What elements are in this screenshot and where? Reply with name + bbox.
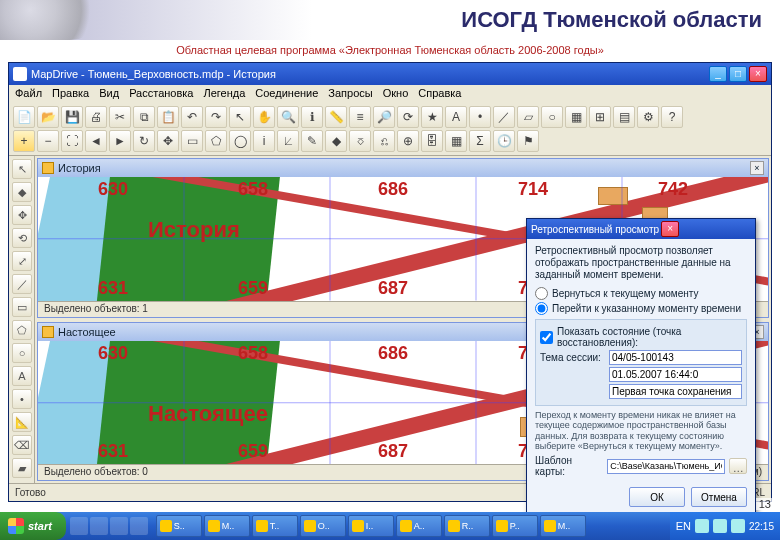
cancel-button[interactable]: Отмена [691, 487, 747, 507]
path-input[interactable] [607, 459, 725, 474]
ql-app-icon[interactable] [130, 517, 148, 535]
side-rotate-icon[interactable]: ⟲ [12, 228, 32, 248]
ql-mail-icon[interactable] [110, 517, 128, 535]
side-text-icon[interactable]: A [12, 366, 32, 386]
ok-button[interactable]: ОК [629, 487, 685, 507]
task-button[interactable]: R.. [444, 515, 490, 537]
maximize-button[interactable]: □ [729, 66, 747, 82]
menu-file[interactable]: Файл [15, 87, 42, 101]
browse-button[interactable]: … [729, 458, 747, 474]
tray-volume-icon[interactable] [695, 519, 709, 533]
clock[interactable]: 22:15 [749, 521, 774, 532]
tool-edit-icon[interactable]: ✎ [301, 130, 323, 152]
dialog-close-icon[interactable]: × [661, 221, 679, 237]
tool-help-icon[interactable]: ? [661, 106, 683, 128]
tool-split-icon[interactable]: ⎏ [349, 130, 371, 152]
task-button[interactable]: P.. [492, 515, 538, 537]
ql-browser-icon[interactable] [90, 517, 108, 535]
tool-selcirc-icon[interactable]: ◯ [229, 130, 251, 152]
titlebar[interactable]: MapDrive - Тюмень_Верховность.mdp - Исто… [9, 63, 771, 85]
lang-indicator[interactable]: EN [676, 520, 691, 532]
view-history-close-icon[interactable]: × [750, 161, 764, 175]
side-point-icon[interactable]: • [12, 389, 32, 409]
tool-grid-icon[interactable]: ▦ [565, 106, 587, 128]
side-circle-icon[interactable]: ○ [12, 343, 32, 363]
task-button[interactable]: A.. [396, 515, 442, 537]
tool-selrect-icon[interactable]: ▭ [181, 130, 203, 152]
tool-save-icon[interactable]: 💾 [61, 106, 83, 128]
tray-network-icon[interactable] [713, 519, 727, 533]
task-button[interactable]: O.. [300, 515, 346, 537]
tool-merge-icon[interactable]: ⎌ [373, 130, 395, 152]
tool-point-icon[interactable]: • [469, 106, 491, 128]
tray-shield-icon[interactable] [731, 519, 745, 533]
side-move-icon[interactable]: ✥ [12, 205, 32, 225]
tool-refresh2-icon[interactable]: ↻ [133, 130, 155, 152]
tool-cut-icon[interactable]: ✂ [109, 106, 131, 128]
tool-db-icon[interactable]: 🗄 [421, 130, 443, 152]
menu-layout[interactable]: Расстановка [129, 87, 193, 101]
tool-undo-icon[interactable]: ↶ [181, 106, 203, 128]
tool-selpoly-icon[interactable]: ⬠ [205, 130, 227, 152]
tool-measure2-icon[interactable]: ⟀ [277, 130, 299, 152]
side-poly-icon[interactable]: ⬠ [12, 320, 32, 340]
menu-edit[interactable]: Правка [52, 87, 89, 101]
tool-redo-icon[interactable]: ↷ [205, 106, 227, 128]
tool-info-icon[interactable]: ℹ [301, 106, 323, 128]
tool-zoomfull-icon[interactable]: ⛶ [61, 130, 83, 152]
menu-help[interactable]: Справка [418, 87, 461, 101]
tool-layers-icon[interactable]: ≡ [349, 106, 371, 128]
tool-paste-icon[interactable]: 📋 [157, 106, 179, 128]
tool-text-icon[interactable]: A [445, 106, 467, 128]
side-rect-icon[interactable]: ▭ [12, 297, 32, 317]
task-button[interactable]: I.. [348, 515, 394, 537]
tool-open-icon[interactable]: 📂 [37, 106, 59, 128]
side-fill-icon[interactable]: ▰ [12, 458, 32, 478]
savepoint-input[interactable] [609, 384, 742, 399]
tool-find-icon[interactable]: 🔎 [373, 106, 395, 128]
tool-copy-icon[interactable]: ⧉ [133, 106, 155, 128]
tool-select-icon[interactable]: ↖ [229, 106, 251, 128]
tool-print-icon[interactable]: 🖨 [85, 106, 107, 128]
side-line-icon[interactable]: ／ [12, 274, 32, 294]
tool-new-icon[interactable]: 📄 [13, 106, 35, 128]
tool-tile-icon[interactable]: ▤ [613, 106, 635, 128]
menu-legend[interactable]: Легенда [203, 87, 245, 101]
tool-table-icon[interactable]: ▦ [445, 130, 467, 152]
menu-queries[interactable]: Запросы [328, 87, 372, 101]
menu-connection[interactable]: Соединение [255, 87, 318, 101]
task-button[interactable]: M.. [540, 515, 586, 537]
tool-flag-icon[interactable]: ⚑ [517, 130, 539, 152]
radio-specified[interactable] [535, 302, 548, 315]
tool-query-icon[interactable]: Σ [469, 130, 491, 152]
task-button[interactable]: M.. [204, 515, 250, 537]
side-node-icon[interactable]: ◆ [12, 182, 32, 202]
tool-refresh-icon[interactable]: ⟳ [397, 106, 419, 128]
menu-window[interactable]: Окно [383, 87, 409, 101]
tool-pan-icon[interactable]: ✋ [253, 106, 275, 128]
tool-circle-icon[interactable]: ○ [541, 106, 563, 128]
tool-history-icon[interactable]: 🕒 [493, 130, 515, 152]
radio-current[interactable] [535, 287, 548, 300]
tool-pan2-icon[interactable]: ✥ [157, 130, 179, 152]
start-button[interactable]: start [0, 512, 66, 540]
side-measure-icon[interactable]: 📐 [12, 412, 32, 432]
tool-line-icon[interactable]: ／ [493, 106, 515, 128]
tool-window-icon[interactable]: ⊞ [589, 106, 611, 128]
tool-next-icon[interactable]: ► [109, 130, 131, 152]
tool-prev-icon[interactable]: ◄ [85, 130, 107, 152]
datetime-input[interactable] [609, 367, 742, 382]
tool-identify-icon[interactable]: i [253, 130, 275, 152]
tool-gear-icon[interactable]: ⚙ [637, 106, 659, 128]
task-button[interactable]: S.. [156, 515, 202, 537]
dialog-titlebar[interactable]: Ретроспективный просмотр × [527, 219, 755, 239]
view-history-titlebar[interactable]: История × [38, 159, 768, 177]
side-select-icon[interactable]: ↖ [12, 159, 32, 179]
tool-zoomout-icon[interactable]: − [37, 130, 59, 152]
side-erase-icon[interactable]: ⌫ [12, 435, 32, 455]
session-input[interactable] [609, 350, 742, 365]
task-button[interactable]: T.. [252, 515, 298, 537]
tool-zoomin-icon[interactable]: + [13, 130, 35, 152]
tool-bookmark-icon[interactable]: ★ [421, 106, 443, 128]
side-scale-icon[interactable]: ⤢ [12, 251, 32, 271]
